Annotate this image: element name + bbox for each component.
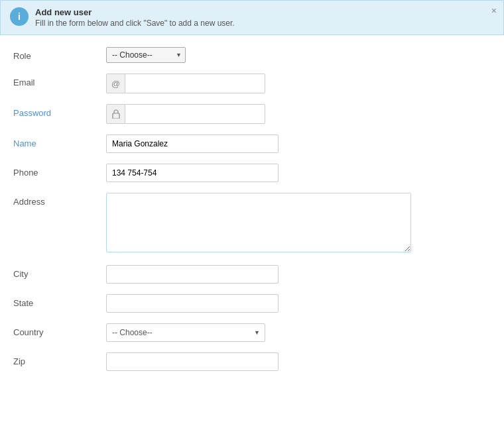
country-control-wrapper: -- Choose-- USA Canada Mexico Other [106,323,491,342]
zip-input[interactable] [106,352,279,371]
name-label: Name [13,134,106,148]
country-select[interactable]: -- Choose-- USA Canada Mexico Other [106,323,265,342]
state-control-wrapper [106,294,491,313]
phone-control-wrapper [106,164,491,182]
address-label: Address [13,193,106,207]
zip-label: Zip [13,352,106,366]
info-icon: i [10,7,29,26]
state-row: State [13,294,491,313]
role-select-wrapper: -- Choose-- Admin Editor Viewer [106,47,186,63]
email-row: Email @ [13,74,491,93]
name-row: Name [13,134,491,153]
close-button[interactable]: × [491,6,497,15]
country-label: Country [13,323,106,337]
email-label: Email [13,74,106,87]
email-input-wrapper: @ [106,74,265,93]
password-input[interactable] [125,105,265,123]
name-input[interactable] [106,134,279,153]
role-select[interactable]: -- Choose-- Admin Editor Viewer [106,47,186,63]
password-control-wrapper [106,104,491,124]
email-control-wrapper: @ [106,74,491,93]
email-input[interactable] [125,74,265,93]
role-row: Role -- Choose-- Admin Editor Viewer [13,47,491,63]
zip-row: Zip [13,352,491,371]
password-input-wrapper [106,104,265,124]
city-input[interactable] [106,265,279,284]
banner-title: Add new user [35,7,235,17]
address-control-wrapper [106,193,491,254]
city-row: City [13,265,491,284]
city-label: City [13,265,106,279]
info-banner: i Add new user Fill in the form below an… [0,0,504,35]
phone-input[interactable] [106,164,279,182]
phone-label: Phone [13,164,106,178]
address-input[interactable] [106,193,411,252]
zip-control-wrapper [106,352,491,371]
state-input[interactable] [106,294,279,313]
country-select-wrapper: -- Choose-- USA Canada Mexico Other [106,323,265,342]
address-row: Address [13,193,491,254]
city-control-wrapper [106,265,491,284]
country-row: Country -- Choose-- USA Canada Mexico Ot… [13,323,491,342]
name-control-wrapper [106,134,491,153]
role-control-wrapper: -- Choose-- Admin Editor Viewer [106,47,491,63]
state-label: State [13,294,106,308]
password-label: Password [13,104,106,118]
at-icon: @ [107,74,125,93]
banner-subtitle: Fill in the form below and click "Save" … [35,19,235,28]
role-label: Role [13,47,106,61]
password-row: Password [13,104,491,124]
phone-row: Phone [13,164,491,182]
form-container: Role -- Choose-- Admin Editor Viewer Ema… [0,35,504,394]
info-text: Add new user Fill in the form below and … [35,7,235,28]
svg-rect-0 [113,113,119,119]
lock-icon [107,105,125,123]
